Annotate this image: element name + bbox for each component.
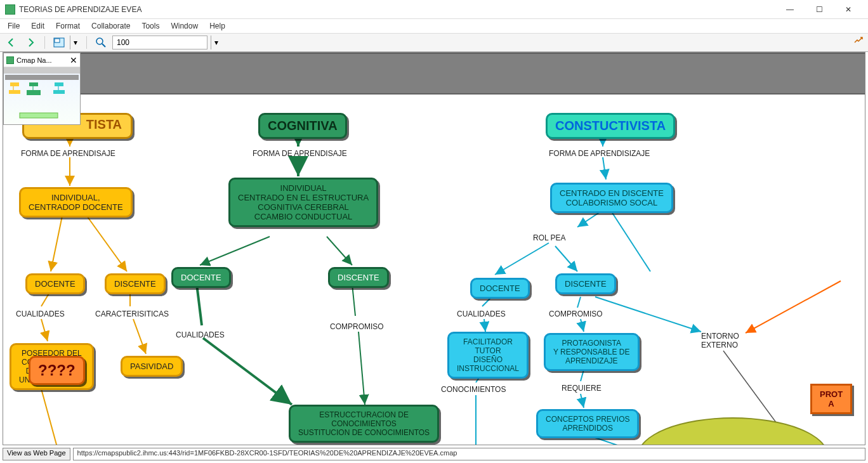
statusbar: View as Web Page https://cmapspublic2.ih…: [3, 448, 865, 460]
window-titlebar: TEORIAS DE APRENDIZAJE EVEA — ☐ ✕: [0, 0, 868, 19]
zoom-icon[interactable]: [93, 35, 109, 50]
svg-line-36: [595, 297, 701, 332]
arrows-layer: [3, 53, 865, 445]
label-cualidades-3: CUALIDADES: [457, 310, 506, 318]
svg-line-21: [327, 237, 352, 265]
label-requiere: REQUIERE: [562, 384, 602, 393]
svg-line-31: [555, 246, 577, 271]
svg-line-30: [495, 243, 549, 275]
svg-rect-44: [5, 75, 79, 80]
svg-line-42: [746, 281, 841, 333]
tool-run-icon[interactable]: [853, 33, 864, 44]
svg-rect-1: [55, 39, 60, 42]
menu-help[interactable]: Help: [204, 20, 230, 32]
navigator-title-text: Cmap Na...: [16, 56, 52, 64]
node-pasividad[interactable]: PASIVIDAD: [121, 356, 183, 377]
node-docente-1[interactable]: DOCENTE: [25, 273, 85, 294]
node-prot-partial[interactable]: PROT A: [810, 384, 852, 414]
toolbar-separator: [44, 36, 45, 49]
menu-edit[interactable]: Edit: [26, 20, 49, 32]
svg-line-12: [82, 210, 127, 271]
node-estructuracion[interactable]: ESTRUCCTURACION DE CONOCIMIENTOS SUSTITU…: [289, 405, 439, 443]
node-qmarks[interactable]: ????: [29, 356, 85, 385]
window-title: TEORIAS DE APRENDIZAJE EVEA: [19, 5, 141, 14]
svg-line-40: [581, 394, 584, 408]
label-forma-aprendizaje-2: FORMA DE APRENDISAJE: [253, 149, 347, 158]
label-forma-aprendizaje-1: FORMA DE APRENDISAJE: [21, 149, 115, 158]
navigator-panel[interactable]: Cmap Na... ✕: [3, 53, 81, 125]
zoom-dropdown[interactable]: ▾: [211, 36, 221, 49]
toolbar-separator-2: [86, 36, 87, 49]
node-cognitiva[interactable]: COGNITIVA: [258, 113, 347, 139]
label-caracteristicas: CARACTERISITICAS: [95, 310, 169, 318]
app-icon: [5, 4, 15, 15]
node-facilitador[interactable]: FACILITADOR TUTOR DISEÑO INSTRUCCIONAL: [447, 332, 529, 379]
svg-rect-54: [20, 113, 58, 118]
svg-line-25: [358, 332, 365, 405]
menubar: File Edit Format Collaborate Tools Windo…: [0, 19, 868, 33]
node-discente-3[interactable]: DISCENTE: [555, 273, 616, 294]
svg-line-27: [603, 157, 606, 179]
label-conocimientos: CONOCIMIENTOS: [441, 385, 506, 394]
label-cualidades-2: CUALIDADES: [176, 330, 225, 339]
svg-line-33: [484, 319, 485, 332]
node-discente-2[interactable]: DISCENTE: [328, 267, 389, 288]
menu-file[interactable]: File: [3, 20, 25, 32]
svg-line-16: [133, 319, 146, 354]
navigator-title: Cmap Na...: [6, 56, 52, 64]
svg-line-34: [577, 297, 581, 308]
svg-rect-48: [9, 90, 20, 94]
node-individual-centradop[interactable]: INDIVIDUAL, CENTRADOP DOCENTE: [19, 187, 133, 218]
svg-line-11: [51, 210, 63, 271]
svg-line-14: [41, 319, 48, 341]
statusbar-url: https://cmapspublic2.ihmc.us:443/rid=1MF…: [73, 448, 865, 460]
minimize-button[interactable]: —: [775, 1, 805, 18]
svg-line-24: [203, 338, 292, 405]
svg-line-29: [609, 208, 650, 271]
navigator-toggle-button[interactable]: [51, 35, 67, 50]
node-conceptos[interactable]: CONCEPTOS PREVIOS APRENDIDOS: [536, 409, 639, 438]
label-entorno-externo: ENTORNO EXTERNO: [701, 332, 739, 349]
svg-line-20: [200, 237, 270, 265]
navigator-icon: [6, 56, 14, 64]
svg-line-22: [197, 284, 202, 325]
svg-line-3: [102, 44, 105, 47]
close-button[interactable]: ✕: [834, 1, 863, 18]
navigator-preview[interactable]: [4, 67, 80, 124]
canvas-scroll[interactable]: ENSEÑANZA: [3, 53, 865, 445]
view-as-web-page-button[interactable]: View as Web Page: [3, 448, 70, 460]
node-individual-estructura[interactable]: INDIVIDUAL CENTRADO EN EL ESTRUCTURA COG…: [228, 178, 378, 227]
node-protagonista[interactable]: PROTAGONISTA Y RESPONSABLE DE APRENDIZAJ…: [544, 333, 640, 371]
node-centrado-discente[interactable]: CENTRADO EN DISCENTE COLABORISMO SOCAL: [550, 183, 673, 213]
navigator-dropdown[interactable]: ▾: [70, 36, 80, 49]
map-banner: ENSEÑANZA: [3, 53, 865, 95]
concept-map-canvas[interactable]: ENSEÑANZA: [3, 53, 865, 445]
node-docente-3[interactable]: DOCENTE: [470, 278, 530, 299]
node-constructivista[interactable]: CONSTUCTIVISTA: [546, 113, 675, 139]
titlebar-left: TEORIAS DE APRENDIZAJE EVEA: [5, 4, 141, 15]
nav-back-button[interactable]: [4, 35, 19, 50]
svg-rect-50: [53, 90, 65, 94]
node-discente-1[interactable]: DISCENTE: [105, 273, 166, 294]
window-controls: — ☐ ✕: [775, 1, 863, 18]
svg-line-35: [581, 319, 584, 332]
menu-format[interactable]: Format: [51, 20, 85, 32]
canvas-container: ENSEÑANZA: [3, 52, 865, 445]
menu-window[interactable]: Window: [166, 20, 203, 32]
svg-point-2: [96, 38, 103, 44]
ellipse-partial[interactable]: [638, 417, 828, 445]
svg-rect-49: [27, 90, 41, 95]
node-docente-2[interactable]: DOCENTE: [171, 267, 231, 288]
label-compromiso-1: COMPROMISO: [330, 322, 384, 331]
svg-rect-46: [29, 82, 38, 86]
navigator-close-button[interactable]: ✕: [70, 55, 77, 65]
toolbar: ▾ ▾: [0, 33, 868, 52]
navigator-titlebar: Cmap Na... ✕: [4, 53, 80, 67]
menu-tools[interactable]: Tools: [136, 20, 164, 32]
zoom-input[interactable]: [112, 36, 207, 49]
menu-collaborate[interactable]: Collaborate: [86, 20, 135, 32]
nav-forward-button[interactable]: [23, 35, 38, 50]
svg-rect-47: [55, 82, 63, 86]
maximize-button[interactable]: ☐: [805, 1, 834, 18]
label-compromiso-2: COMPROMISO: [549, 310, 603, 318]
